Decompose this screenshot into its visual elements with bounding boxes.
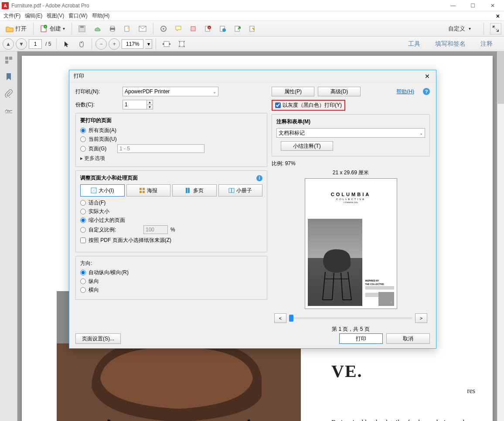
scrollbar-thumb[interactable] bbox=[497, 51, 504, 104]
save-icon-button[interactable] bbox=[75, 23, 89, 35]
poster-tab-icon bbox=[139, 187, 145, 194]
preview-brand: COLUMBIA bbox=[308, 192, 394, 197]
thumbnails-icon[interactable] bbox=[4, 56, 13, 65]
gear-icon-button[interactable] bbox=[157, 23, 170, 35]
menu-view[interactable]: 视图(V) bbox=[45, 11, 66, 20]
preview-prev-button[interactable]: < bbox=[274, 313, 286, 323]
close-doc-icon-button[interactable]: × bbox=[201, 23, 215, 35]
heading-fragment: VE. bbox=[331, 361, 475, 381]
export-icon bbox=[234, 25, 241, 32]
stamp-icon-button[interactable] bbox=[187, 23, 200, 35]
copies-label: 份数(C): bbox=[75, 101, 123, 109]
email-icon-button[interactable] bbox=[136, 23, 150, 35]
tab-multi[interactable]: 多页 bbox=[172, 184, 217, 197]
svg-rect-14 bbox=[191, 27, 195, 31]
customize-button[interactable]: 自定义 ▾ bbox=[438, 23, 481, 35]
current-page-radio[interactable]: 当前页面(U) bbox=[80, 136, 262, 143]
slider-thumb[interactable] bbox=[289, 315, 293, 322]
document-close-button[interactable]: × bbox=[494, 13, 502, 20]
vertical-scrollbar[interactable] bbox=[497, 51, 504, 421]
menu-help[interactable]: 帮助(H) bbox=[90, 11, 112, 20]
zoom-in-button[interactable]: + bbox=[109, 38, 120, 50]
tool-icon-button[interactable] bbox=[246, 23, 259, 35]
close-button[interactable]: ✕ bbox=[483, 0, 502, 11]
print-icon-button[interactable] bbox=[106, 23, 119, 35]
open-button[interactable]: 打开 bbox=[3, 23, 30, 35]
expand-icon bbox=[493, 26, 499, 32]
orient-auto-radio[interactable]: 自动纵向/横向(R) bbox=[80, 269, 262, 276]
copies-input[interactable] bbox=[123, 100, 147, 109]
advanced-button[interactable]: 高级(D) bbox=[318, 87, 361, 96]
paper-source-checkbox[interactable]: 按照 PDF 页面大小选择纸张来源(Z) bbox=[80, 237, 262, 244]
signature-icon[interactable] bbox=[4, 105, 13, 114]
zoom-input[interactable] bbox=[122, 39, 143, 49]
tools-panel-link[interactable]: 工具 bbox=[405, 38, 423, 50]
fit-radio[interactable]: 适合(F) bbox=[80, 199, 262, 207]
preview-slider[interactable] bbox=[289, 317, 412, 319]
tab-size[interactable]: 大小(I) bbox=[80, 184, 125, 197]
tab-poster[interactable]: 海报 bbox=[126, 184, 171, 197]
toolbar: 打开 + 创建 ▾ × 自定义 ▾ bbox=[0, 21, 504, 37]
more-options-toggle[interactable]: ▸ 更多选项 bbox=[80, 155, 262, 162]
custom-scale-radio[interactable]: 自定义比例: % bbox=[80, 225, 262, 234]
preview-next-button[interactable]: > bbox=[415, 313, 427, 323]
menu-window[interactable]: 窗口(W) bbox=[67, 11, 89, 20]
edit-icon-button[interactable] bbox=[121, 23, 134, 35]
minimize-button[interactable]: — bbox=[443, 0, 463, 11]
info-icon[interactable]: i bbox=[256, 175, 262, 181]
toolbar-maximize-button[interactable] bbox=[490, 23, 501, 34]
menu-file[interactable]: 文件(F) bbox=[2, 11, 22, 20]
stamp-icon bbox=[190, 25, 197, 32]
fill-sign-link[interactable]: 填写和签名 bbox=[432, 38, 468, 50]
fit-width-button[interactable] bbox=[160, 38, 174, 50]
page-number-input[interactable] bbox=[29, 39, 42, 49]
page-down-button[interactable]: ▼ bbox=[16, 38, 27, 50]
help-icon[interactable]: ? bbox=[423, 88, 430, 95]
fit-page-button[interactable] bbox=[175, 38, 188, 50]
export-icon-button[interactable] bbox=[231, 23, 244, 35]
menu-edit[interactable]: 编辑(E) bbox=[23, 11, 44, 20]
grayscale-checkbox[interactable]: 以灰度（黑白色）打印(Y) bbox=[272, 100, 345, 111]
orient-landscape-radio[interactable]: 横向 bbox=[80, 286, 262, 294]
preview-chair-icon bbox=[317, 245, 356, 302]
create-label: 创建 bbox=[50, 25, 61, 33]
print-preview: COLUMBIA COLLECTIVE LOOKBOOK 2019 INSPIR… bbox=[305, 178, 397, 309]
shrink-radio[interactable]: 缩小过大的页面 bbox=[80, 217, 262, 224]
cloud-icon-button[interactable] bbox=[90, 23, 104, 35]
maximize-button[interactable]: ☐ bbox=[463, 0, 483, 11]
scale-input[interactable] bbox=[143, 225, 168, 234]
pages-range-input[interactable] bbox=[117, 144, 204, 153]
comments-forms-select[interactable]: 文档和标记 ⌄ bbox=[276, 128, 425, 138]
help-link[interactable]: 帮助(H) bbox=[396, 88, 414, 95]
dialog-close-button[interactable]: ✕ bbox=[423, 73, 432, 80]
zoom-out-button[interactable]: − bbox=[95, 38, 107, 50]
all-pages-radio[interactable]: 所有页面(A) bbox=[80, 127, 262, 134]
tab-booklet[interactable]: 小册子 bbox=[218, 184, 263, 197]
properties-button[interactable]: 属性(P) bbox=[272, 87, 314, 96]
summarize-comments-button[interactable]: 小结注释(T) bbox=[281, 141, 333, 151]
bookmark-icon[interactable] bbox=[4, 72, 13, 81]
page-setup-button[interactable]: 页面设置(S)... bbox=[75, 333, 121, 344]
actual-size-radio[interactable]: 实际大小 bbox=[80, 208, 262, 215]
attachment-icon[interactable] bbox=[4, 89, 13, 98]
doc-action-icon-button[interactable] bbox=[216, 23, 229, 35]
svg-point-19 bbox=[222, 28, 226, 32]
create-button[interactable]: + 创建 ▾ bbox=[37, 23, 68, 35]
orient-portrait-radio[interactable]: 纵向 bbox=[80, 278, 262, 285]
print-button[interactable]: 打印 bbox=[339, 333, 383, 344]
zoom-dropdown-button[interactable]: ▾ bbox=[145, 39, 152, 49]
comment-icon-button[interactable] bbox=[172, 23, 185, 35]
select-tool-button[interactable] bbox=[60, 38, 73, 50]
create-pdf-icon: + bbox=[40, 25, 48, 33]
preview-nav: < > bbox=[272, 313, 430, 323]
page-up-button[interactable]: ▲ bbox=[3, 38, 14, 50]
p1-fragment: res bbox=[331, 386, 475, 396]
gear-icon bbox=[160, 25, 167, 32]
comment-panel-link[interactable]: 注释 bbox=[478, 38, 495, 50]
printer-select[interactable]: ApowerPDF Printer ⌄ bbox=[123, 87, 218, 96]
pages-range-radio[interactable]: 页面(G) bbox=[80, 144, 262, 153]
hand-tool-button[interactable] bbox=[75, 38, 88, 50]
copies-spinner[interactable]: ▲▼ bbox=[147, 100, 153, 109]
printer-label: 打印机(N): bbox=[75, 88, 123, 95]
cancel-button[interactable]: 取消 bbox=[386, 333, 430, 344]
